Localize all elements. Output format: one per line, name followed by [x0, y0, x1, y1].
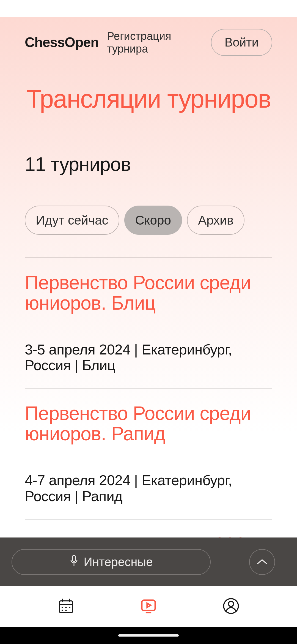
svg-marker-12 — [147, 603, 151, 607]
main-content: ChessOpen Регистрация турнира Войти Тран… — [0, 17, 297, 537]
logo[interactable]: ChessOpen — [25, 34, 99, 50]
filter-archive[interactable]: Архив — [187, 206, 244, 235]
tournament-item[interactable]: Первенство России среди юниоров. Блиц 3-… — [25, 258, 272, 389]
svg-point-15 — [229, 601, 234, 606]
tournament-item[interactable]: Первенство России среди юниоров. Рапид 4… — [25, 389, 272, 519]
tournament-title: Первенство России среди юниоров. Блиц — [25, 273, 272, 313]
collapse-button[interactable] — [249, 549, 275, 575]
filter-now[interactable]: Идут сейчас — [25, 206, 119, 235]
tournament-item[interactable]: Турнир претенденток 2024 — [25, 520, 272, 537]
interesting-label: Интересные — [84, 555, 153, 569]
home-indicator[interactable] — [118, 634, 179, 637]
tournament-count: 11 турниров — [25, 153, 272, 175]
tournament-title: Турнир претенденток 2024 — [25, 534, 272, 537]
nav-calendar[interactable] — [57, 597, 75, 616]
header: ChessOpen Регистрация турнира Войти — [25, 17, 272, 56]
status-bar — [0, 0, 297, 17]
login-button[interactable]: Войти — [211, 29, 272, 56]
divider — [25, 131, 272, 131]
nav-broadcasts[interactable] — [140, 597, 157, 616]
interesting-pill[interactable]: Интересные — [12, 549, 211, 575]
tournament-meta: 3-5 апреля 2024 | Екатеринбург, Россия |… — [25, 342, 272, 373]
svg-rect-0 — [73, 555, 76, 561]
register-tournament-link[interactable]: Регистрация турнира — [107, 30, 203, 55]
bottom-panel: Интересные — [0, 537, 297, 586]
bottom-nav — [0, 586, 297, 627]
page-title: Трансляции турниров — [25, 86, 272, 111]
filter-chips: Идут сейчас Скоро Архив — [25, 206, 272, 235]
tournament-meta: 4-7 апреля 2024 | Екатеринбург, Россия |… — [25, 473, 272, 504]
system-nav — [0, 627, 297, 644]
microphone-icon — [69, 555, 79, 569]
svg-rect-11 — [142, 600, 155, 610]
tournament-title: Первенство России среди юниоров. Рапид — [25, 403, 272, 444]
nav-profile[interactable] — [222, 597, 240, 616]
filter-soon[interactable]: Скоро — [124, 206, 182, 235]
